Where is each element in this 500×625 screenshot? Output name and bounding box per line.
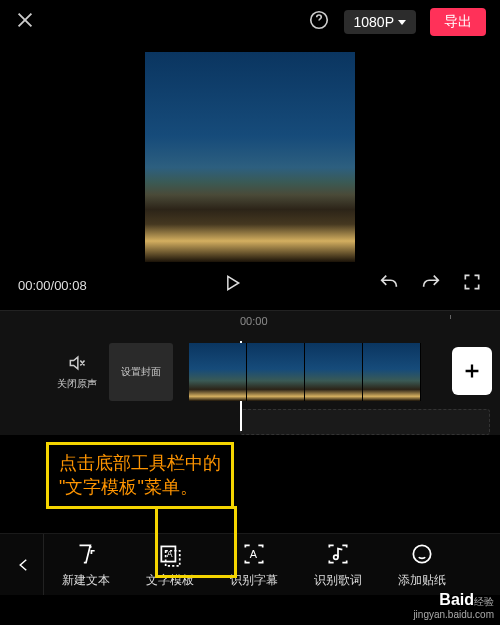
add-clip-button[interactable] — [452, 347, 492, 395]
export-button[interactable]: 导出 — [430, 8, 486, 36]
svg-text:A: A — [250, 548, 258, 560]
time-display: 00:00/00:08 — [18, 278, 87, 293]
set-cover-button[interactable]: 设置封面 — [109, 343, 173, 401]
undo-button[interactable] — [378, 272, 400, 298]
audio-track[interactable] — [240, 409, 490, 435]
watermark: Baid经验 jingyan.baidu.com — [413, 590, 494, 621]
video-preview[interactable] — [145, 52, 355, 262]
video-clip[interactable] — [189, 343, 421, 401]
recognize-lyrics-button[interactable]: 识别歌词 — [296, 534, 380, 595]
resolution-button[interactable]: 1080P — [344, 10, 416, 34]
cover-label: 设置封面 — [121, 365, 161, 379]
redo-button[interactable] — [420, 272, 442, 298]
chevron-down-icon — [398, 20, 406, 25]
sticker-button[interactable]: 添加贴纸 — [380, 534, 464, 595]
play-button[interactable] — [222, 273, 242, 297]
help-icon[interactable] — [308, 9, 330, 35]
svg-point-6 — [413, 545, 430, 562]
timeline-ruler: 00:00 00:02 — [0, 311, 500, 341]
back-button[interactable] — [4, 534, 44, 595]
highlight-box — [155, 506, 237, 578]
annotation-callout: 点击底部工具栏中的 "文字模板"菜单。 — [46, 442, 234, 509]
resolution-label: 1080P — [354, 14, 394, 30]
mute-audio-button[interactable]: 关闭原声 — [45, 343, 109, 401]
fullscreen-button[interactable] — [462, 272, 482, 298]
new-text-button[interactable]: 新建文本 — [44, 534, 128, 595]
close-button[interactable] — [14, 9, 36, 35]
mute-label: 关闭原声 — [57, 377, 97, 391]
